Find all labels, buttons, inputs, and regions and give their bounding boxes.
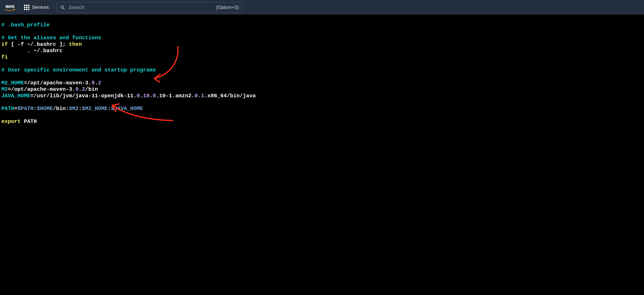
code-varref: $HOME: [37, 106, 53, 112]
code-varref: $JAVA_HOME: [111, 106, 143, 112]
search-box[interactable]: [Option+S]: [56, 2, 243, 12]
aws-smile-icon: [5, 9, 15, 11]
code-comment: # User specific environment and startup …: [1, 67, 156, 73]
annotation-arrow-1: [146, 45, 183, 84]
code-number: 0: [137, 93, 140, 99]
code-var: PATH: [1, 106, 14, 112]
search-shortcut-hint: [Option+S]: [216, 5, 239, 10]
code-number: 0: [194, 93, 198, 99]
code-varref: $M2: [69, 106, 79, 112]
code-text: . ~/.bashrc: [1, 48, 62, 54]
code-number: 1: [201, 93, 204, 99]
code-varref: $PATH: [18, 106, 34, 112]
code-keyword-if: if: [1, 41, 8, 48]
code-text: [ -f ~/.bashrc ];: [8, 41, 69, 48]
code-text: .x86_64/bin/java: [204, 93, 256, 99]
code-keyword-then: then: [69, 41, 82, 48]
code-text: :: [79, 106, 82, 112]
code-comment: # Get the aliases and functions: [1, 35, 101, 41]
code-varref: $M2_HOME: [82, 106, 108, 112]
code-text: .: [79, 86, 82, 92]
code-text: /bin:: [53, 106, 69, 112]
code-text: .: [198, 93, 201, 99]
code-text: .: [95, 80, 98, 86]
aws-logo-text: aws: [5, 4, 14, 9]
terminal-editor[interactable]: # .bash_profile # Get the aliases and fu…: [0, 15, 644, 151]
code-keyword-fi: fi: [1, 54, 8, 60]
code-number: 9: [92, 80, 95, 86]
code-text: =/usr/lib/jvm/java-11-openjdk-11.: [30, 93, 137, 99]
svg-line-1: [63, 8, 64, 9]
code-text: .10-1.amzn2.: [156, 93, 194, 99]
grid-icon: [24, 5, 29, 10]
code-comment: # .bash_profile: [1, 22, 50, 28]
code-text: :: [108, 106, 111, 112]
code-text: =/opt/apache-maven-3.: [24, 80, 92, 86]
code-text: /bin: [85, 86, 98, 92]
code-text: .: [150, 93, 152, 99]
code-number: 2: [98, 80, 101, 86]
code-var: M2_HOME: [1, 80, 24, 86]
services-menu-button[interactable]: Services: [24, 4, 49, 11]
code-keyword-export: export: [1, 118, 21, 124]
code-number: 18: [143, 93, 150, 99]
code-text: :: [34, 106, 37, 112]
services-label: Services: [32, 5, 49, 10]
code-var: JAVA_HOME: [1, 93, 30, 99]
code-number: 0: [153, 93, 156, 99]
aws-navbar: aws Services [Option+S]: [0, 0, 644, 15]
code-number: 9: [76, 86, 79, 92]
code-text: =: [14, 106, 18, 112]
search-input[interactable]: [65, 4, 216, 10]
code-number: 2: [82, 86, 85, 92]
code-var: M2: [1, 86, 8, 92]
code-text: .: [140, 93, 143, 99]
search-container: [Option+S]: [56, 2, 243, 12]
search-icon: [60, 5, 65, 10]
code-text: =/opt/apache-maven-3.: [8, 86, 75, 92]
annotation-arrow-2: [106, 100, 176, 124]
aws-logo[interactable]: aws: [5, 2, 20, 12]
code-text: PATH: [21, 118, 37, 124]
